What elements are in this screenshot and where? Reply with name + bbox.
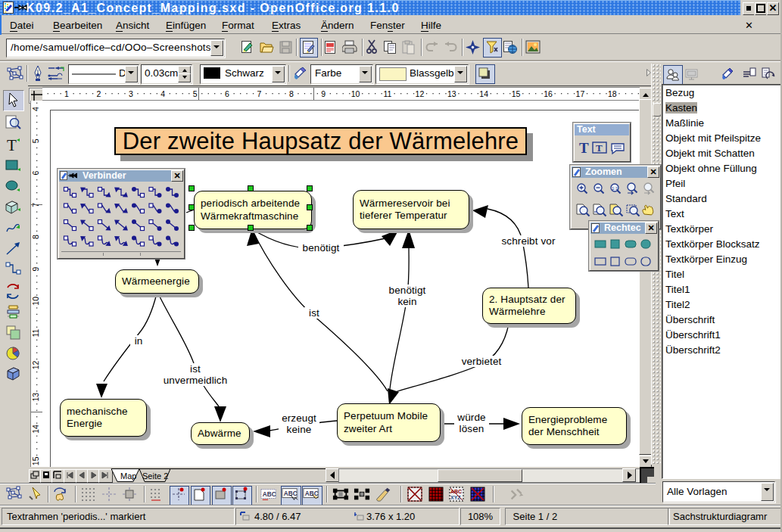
- svg-text:11: 11: [31, 328, 40, 337]
- svg-text:8: 8: [289, 89, 294, 98]
- svg-text:9: 9: [321, 89, 326, 98]
- svg-text:12: 12: [31, 360, 40, 369]
- svg-text:7: 7: [257, 89, 261, 98]
- svg-text:1:1: 1:1: [612, 186, 618, 191]
- svg-text:17: 17: [576, 89, 585, 98]
- svg-text:12: 12: [416, 89, 425, 98]
- svg-text:5: 5: [193, 89, 198, 98]
- svg-text:4: 4: [31, 107, 40, 111]
- svg-text:ABC: ABC: [263, 491, 276, 498]
- svg-text:Map: Map: [120, 471, 136, 481]
- svg-text:11: 11: [384, 89, 392, 98]
- svg-text:8: 8: [31, 235, 40, 239]
- svg-text:9: 9: [31, 266, 40, 271]
- svg-text:14: 14: [31, 425, 40, 434]
- svg-text:6: 6: [31, 171, 40, 176]
- svg-text:10: 10: [31, 297, 40, 306]
- svg-text:5: 5: [31, 138, 40, 143]
- svg-text:14: 14: [479, 89, 488, 98]
- svg-text:4: 4: [160, 89, 165, 98]
- svg-text:ABC: ABC: [284, 490, 298, 497]
- svg-text:2: 2: [96, 89, 101, 98]
- svg-text:13: 13: [31, 393, 40, 402]
- svg-text:Seite 2: Seite 2: [142, 471, 168, 481]
- svg-text:6: 6: [225, 89, 229, 98]
- svg-text:18: 18: [608, 89, 617, 98]
- svg-text:1: 1: [64, 89, 69, 98]
- svg-text:15: 15: [512, 89, 521, 98]
- svg-text:15: 15: [31, 456, 40, 465]
- svg-text:10: 10: [351, 89, 360, 98]
- svg-text:T: T: [7, 138, 17, 152]
- svg-text:T: T: [596, 142, 603, 154]
- svg-text:13: 13: [447, 89, 456, 98]
- svg-text:3: 3: [129, 89, 133, 98]
- svg-text:ABC: ABC: [305, 490, 319, 497]
- svg-text:T: T: [579, 140, 589, 156]
- svg-text:16: 16: [544, 89, 553, 98]
